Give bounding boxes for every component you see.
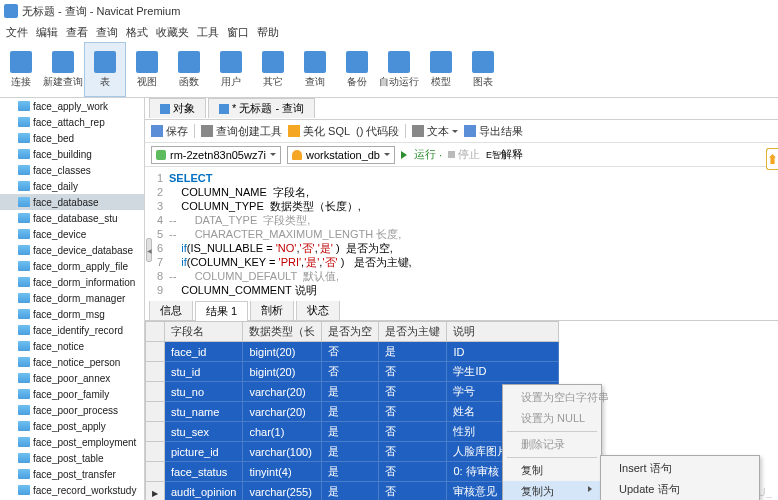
tree-item-face_notice[interactable]: face_notice: [0, 338, 144, 354]
tree-item-face_post_table[interactable]: face_post_table: [0, 450, 144, 466]
toolbar-backup[interactable]: 备份: [336, 42, 378, 97]
tree-item-face_building[interactable]: face_building: [0, 146, 144, 162]
tree-item-face_device[interactable]: face_device: [0, 226, 144, 242]
toolbar-chart[interactable]: 图表: [462, 42, 504, 97]
table-icon: [18, 309, 30, 319]
menu-编辑[interactable]: 编辑: [36, 25, 58, 40]
toolbar-automation[interactable]: 自动运行: [378, 42, 420, 97]
menu-bar: 文件编辑查看查询格式收藏夹工具窗口帮助: [0, 22, 778, 42]
run-button[interactable]: 运行 ·: [401, 147, 442, 162]
menu-收藏夹[interactable]: 收藏夹: [156, 25, 189, 40]
tree-item-face_daily[interactable]: face_daily: [0, 178, 144, 194]
query-icon: [219, 104, 229, 114]
beautify-icon: [288, 125, 300, 137]
tree-item-face_dorm_information[interactable]: face_dorm_information: [0, 274, 144, 290]
result-tab-3[interactable]: 状态: [296, 300, 340, 320]
tree-item-face_notice_person[interactable]: face_notice_person: [0, 354, 144, 370]
menu-item[interactable]: 复制为: [503, 481, 601, 500]
toolbar-tables[interactable]: 表: [84, 42, 126, 97]
toolbar-model[interactable]: 模型: [420, 42, 462, 97]
connect-icon: [10, 51, 32, 73]
result-tab-2[interactable]: 剖析: [250, 300, 294, 320]
text-icon: [412, 125, 424, 137]
menu-查询[interactable]: 查询: [96, 25, 118, 40]
title-bar: 无标题 - 查询 - Navicat Premium: [0, 0, 778, 22]
query-builder-button[interactable]: 查询创建工具: [201, 124, 282, 139]
table-row[interactable]: face_idbigint(20)否是ID: [146, 342, 559, 362]
tree-item-face_dorm_apply_file[interactable]: face_dorm_apply_file: [0, 258, 144, 274]
tab-objects[interactable]: 对象: [149, 98, 206, 118]
context-submenu-copy-as[interactable]: Insert 语句Update 语句制表符分隔值（数据）制表符分隔值（字段名）制…: [600, 455, 760, 500]
table-icon: [18, 197, 30, 207]
menu-item[interactable]: Insert 语句: [601, 458, 759, 479]
tree-item-face_classes[interactable]: face_classes: [0, 162, 144, 178]
menu-文件[interactable]: 文件: [6, 25, 28, 40]
col-header[interactable]: 数据类型（长: [243, 322, 322, 342]
chart-icon: [472, 51, 494, 73]
tree-item-face_record_workstudy[interactable]: face_record_workstudy: [0, 482, 144, 498]
tree-item-face_database_stu[interactable]: face_database_stu: [0, 210, 144, 226]
side-tab-icon[interactable]: [766, 148, 778, 170]
beautify-sql-button[interactable]: 美化 SQL: [288, 124, 350, 139]
table-row[interactable]: audit_opinionvarchar(255)是否审核意见: [146, 482, 559, 500]
tree-item-face_attach_rep[interactable]: face_attach_rep: [0, 114, 144, 130]
automation-icon: [388, 51, 410, 73]
tree-item-face_database[interactable]: face_database: [0, 194, 144, 210]
toolbar-views[interactable]: 视图: [126, 42, 168, 97]
tree-item-face_apply_work[interactable]: face_apply_work: [0, 98, 144, 114]
views-icon: [136, 51, 158, 73]
toolbar-others[interactable]: 其它: [252, 42, 294, 97]
explain-button[interactable]: E智解释: [486, 147, 523, 162]
result-tab-0[interactable]: 信息: [149, 300, 193, 320]
tree-item-face_bed[interactable]: face_bed: [0, 130, 144, 146]
database-combo[interactable]: workstation_db: [287, 146, 395, 164]
table-row[interactable]: stu_idbigint(20)否否学生ID: [146, 362, 559, 382]
tree-item-face_post_apply[interactable]: face_post_apply: [0, 418, 144, 434]
wrench-icon: [201, 125, 213, 137]
table-row[interactable]: picture_idvarchar(100)是否人脸库图片ID: [146, 442, 559, 462]
col-header[interactable]: 是否为主键: [379, 322, 447, 342]
toolbar-connect[interactable]: 连接: [0, 42, 42, 97]
result-tab-1[interactable]: 结果 1: [195, 301, 248, 321]
menu-帮助[interactable]: 帮助: [257, 25, 279, 40]
others-icon: [262, 51, 284, 73]
toolbar-users[interactable]: 用户: [210, 42, 252, 97]
table-row[interactable]: stu_sexchar(1)是否性别: [146, 422, 559, 442]
code-snippet-button[interactable]: () 代码段: [356, 124, 399, 139]
tree-item-face_dorm_manager[interactable]: face_dorm_manager: [0, 290, 144, 306]
tree-item-face_post_employment[interactable]: face_post_employment: [0, 434, 144, 450]
col-header[interactable]: 说明: [447, 322, 558, 342]
save-button[interactable]: 保存: [151, 124, 188, 139]
context-menu[interactable]: 设置为空白字符串设置为 NULL删除记录复制复制为粘贴显示: [502, 384, 602, 500]
menu-item[interactable]: 复制: [503, 460, 601, 481]
table-row[interactable]: stu_namevarchar(20)是否姓名: [146, 402, 559, 422]
sidebar-collapse-handle[interactable]: [146, 238, 152, 262]
menu-窗口[interactable]: 窗口: [227, 25, 249, 40]
menu-item[interactable]: Update 语句: [601, 479, 759, 500]
grid-icon: [160, 104, 170, 114]
tab-query[interactable]: * 无标题 - 查询: [208, 98, 315, 118]
tree-item-face_dorm_msg[interactable]: face_dorm_msg: [0, 306, 144, 322]
tree-item-face_identify_record[interactable]: face_identify_record: [0, 322, 144, 338]
toolbar-query[interactable]: 查询: [294, 42, 336, 97]
toolbar-functions[interactable]: 函数: [168, 42, 210, 97]
table-row[interactable]: face_statustinyint(4)是否0: 待审核 1：已通过: [146, 462, 559, 482]
tree-item-face_device_database[interactable]: face_device_database: [0, 242, 144, 258]
toolbar-new-query[interactable]: 新建查询: [42, 42, 84, 97]
text-button[interactable]: 文本: [412, 124, 458, 139]
menu-格式[interactable]: 格式: [126, 25, 148, 40]
col-header[interactable]: 字段名: [165, 322, 243, 342]
col-header[interactable]: 是否为空: [322, 322, 379, 342]
menu-工具[interactable]: 工具: [197, 25, 219, 40]
tree-item-face_poor_annex[interactable]: face_poor_annex: [0, 370, 144, 386]
tree-item-face_post_transfer[interactable]: face_post_transfer: [0, 466, 144, 482]
tree-item-face_poor_process[interactable]: face_poor_process: [0, 402, 144, 418]
tree-item-face_poor_family[interactable]: face_poor_family: [0, 386, 144, 402]
export-result-button[interactable]: 导出结果: [464, 124, 523, 139]
result-grid[interactable]: 字段名数据类型（长是否为空是否为主键说明face_idbigint(20)否是I…: [145, 321, 559, 500]
table-row[interactable]: stu_novarchar(20)是否学号: [146, 382, 559, 402]
object-tree[interactable]: face_apply_workface_attach_repface_bedfa…: [0, 98, 145, 500]
sql-editor[interactable]: 1SELECT2 COLUMN_NAME 字段名,3 COLUMN_TYPE 数…: [145, 167, 778, 301]
menu-查看[interactable]: 查看: [66, 25, 88, 40]
server-combo[interactable]: rm-2zetn83n05wz7i: [151, 146, 281, 164]
